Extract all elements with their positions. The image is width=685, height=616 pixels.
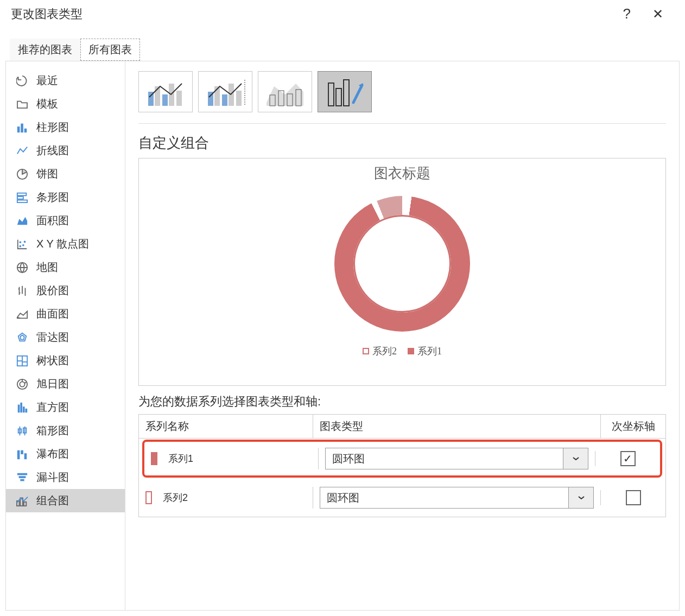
header-series-name: 系列名称	[139, 415, 313, 438]
svg-point-9	[20, 245, 22, 247]
svg-point-25	[20, 382, 24, 386]
svg-rect-49	[176, 91, 182, 106]
dropdown-value: 圆环图	[320, 491, 568, 505]
sidebar-item-stock[interactable]: 股价图	[6, 279, 125, 302]
surface-chart-icon	[16, 308, 29, 321]
tab-recommended[interactable]: 推荐的图表	[10, 39, 80, 61]
sidebar-item-label: 雷达图	[36, 330, 69, 345]
legend-item-series1: 系列1	[408, 345, 442, 358]
subtype-clustered-column-line[interactable]	[138, 71, 193, 112]
sidebar-item-label: 箱形图	[36, 423, 69, 438]
scatter-chart-icon	[16, 238, 29, 251]
sidebar-item-label: 饼图	[36, 167, 58, 181]
tab-all[interactable]: 所有图表	[80, 39, 140, 61]
sidebar-item-label: 漏斗图	[36, 470, 69, 485]
sidebar-item-surface[interactable]: 曲面图	[6, 302, 125, 326]
sidebar-item-bar[interactable]: 条形图	[6, 186, 125, 209]
svg-point-8	[22, 244, 24, 246]
svg-point-7	[20, 241, 22, 243]
sidebar-item-line[interactable]: 折线图	[6, 139, 125, 162]
series-name-label: 系列1	[168, 452, 193, 465]
sidebar-item-column[interactable]: 柱形图	[6, 116, 125, 139]
waterfall-icon	[16, 448, 29, 461]
series-color-swatch	[151, 452, 157, 465]
sidebar-item-box[interactable]: 箱形图	[6, 419, 125, 442]
dropdown-value: 圆环图	[326, 452, 563, 466]
sidebar-item-sunburst[interactable]: 旭日图	[6, 372, 125, 396]
svg-rect-47	[162, 94, 168, 106]
series-config-table: 系列名称 图表类型 次坐标轴 系列1 圆环图	[138, 414, 666, 517]
sidebar-item-radar[interactable]: 雷达图	[6, 326, 125, 349]
sidebar-item-recent[interactable]: 最近	[6, 69, 125, 92]
treemap-icon	[16, 354, 29, 367]
chart-type-dropdown[interactable]: 圆环图	[320, 487, 594, 509]
svg-rect-4	[17, 193, 27, 195]
series-color-swatch	[145, 491, 152, 504]
funnel-icon	[16, 471, 29, 484]
legend-label: 系列2	[372, 345, 397, 358]
svg-rect-5	[17, 196, 23, 199]
svg-point-10	[24, 240, 26, 243]
subtype-custom-combo[interactable]	[318, 71, 372, 112]
histogram-icon	[16, 401, 29, 414]
secondary-axis-checkbox[interactable]	[626, 490, 641, 505]
sidebar-item-funnel[interactable]: 漏斗图	[6, 466, 125, 489]
sidebar-item-label: 面积图	[36, 213, 69, 228]
sidebar-item-histogram[interactable]: 直方图	[6, 396, 125, 419]
header-secondary-axis: 次坐标轴	[600, 415, 665, 438]
chart-subtype-row	[138, 71, 666, 124]
secondary-axis-checkbox[interactable]	[620, 451, 636, 466]
svg-rect-53	[229, 84, 234, 106]
svg-rect-31	[26, 408, 28, 412]
svg-rect-28	[18, 404, 20, 412]
pie-chart-icon	[16, 168, 29, 181]
chart-legend: 系列2 系列1	[363, 345, 442, 358]
sidebar-item-label: 瀑布图	[36, 447, 69, 461]
sidebar-item-map[interactable]: 地图	[6, 256, 125, 279]
recent-icon	[16, 74, 29, 87]
sidebar-item-label: 股价图	[36, 283, 69, 298]
svg-rect-61	[336, 88, 341, 106]
sidebar-item-template[interactable]: 模板	[6, 92, 125, 116]
svg-rect-62	[344, 80, 349, 106]
preview-chart-title: 图衣标题	[374, 164, 430, 183]
radar-chart-icon	[16, 331, 29, 344]
subtype-clustered-column-line-secondary[interactable]	[198, 71, 252, 112]
svg-rect-0	[17, 126, 20, 132]
window-title: 更改图表类型	[11, 6, 83, 22]
sidebar-item-scatter[interactable]: X Y 散点图	[6, 232, 125, 256]
chevron-down-icon	[568, 487, 593, 508]
box-plot-icon	[16, 424, 29, 437]
svg-rect-38	[24, 453, 27, 459]
sidebar-item-pie[interactable]: 饼图	[6, 162, 125, 186]
sunburst-icon	[16, 378, 29, 391]
sidebar-item-label: 旭日图	[36, 377, 69, 391]
section-title: 自定义组合	[138, 134, 666, 153]
sidebar-item-label: 折线图	[36, 143, 69, 158]
titlebar: 更改图表类型 ? ✕	[0, 0, 685, 28]
sidebar-item-area[interactable]: 面积图	[6, 209, 125, 232]
chart-category-sidebar: 最近 模板 柱形图 折线图 饼图 条形图	[6, 61, 125, 610]
sidebar-item-treemap[interactable]: 树状图	[6, 349, 125, 372]
line-chart-icon	[16, 144, 29, 157]
svg-rect-29	[20, 402, 22, 412]
combo-chart-icon	[16, 494, 29, 507]
svg-marker-19	[20, 335, 24, 339]
legend-swatch-icon	[363, 348, 369, 354]
sidebar-item-label: X Y 散点图	[36, 237, 89, 251]
chart-preview[interactable]: 图衣标题 系列2 系列1	[138, 158, 666, 386]
sidebar-item-label: 组合图	[36, 493, 69, 508]
stock-chart-icon	[16, 284, 29, 297]
chart-type-dropdown[interactable]: 圆环图	[325, 448, 588, 469]
close-button[interactable]: ✕	[642, 7, 674, 22]
subtype-stacked-area-column[interactable]	[258, 71, 312, 112]
series-name-label: 系列2	[163, 491, 188, 504]
svg-rect-54	[236, 91, 242, 106]
sidebar-item-waterfall[interactable]: 瀑布图	[6, 442, 125, 466]
svg-rect-1	[21, 123, 23, 132]
svg-rect-41	[20, 479, 24, 481]
help-button[interactable]: ?	[612, 5, 642, 22]
sidebar-item-combo[interactable]: 组合图	[6, 489, 125, 512]
legend-swatch-icon	[408, 348, 414, 354]
sidebar-item-label: 曲面图	[36, 307, 69, 321]
